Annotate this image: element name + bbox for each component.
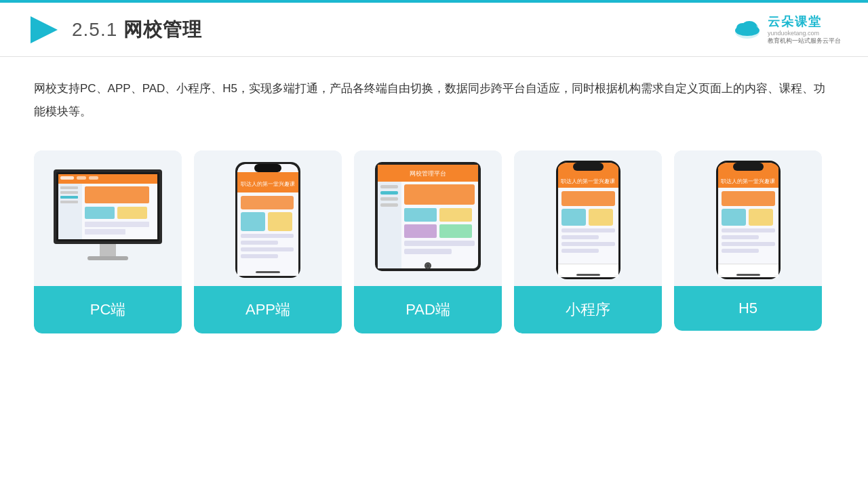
- svg-point-6: [742, 21, 757, 32]
- svg-rect-18: [60, 196, 78, 199]
- svg-rect-55: [404, 224, 437, 238]
- svg-rect-58: [404, 249, 452, 254]
- svg-rect-23: [85, 222, 149, 227]
- svg-rect-21: [85, 207, 115, 219]
- svg-rect-48: [380, 185, 398, 188]
- svg-rect-74: [561, 228, 615, 232]
- svg-rect-36: [268, 212, 292, 231]
- svg-text:职达人的第一堂兴趣课: 职达人的第一堂兴趣课: [241, 181, 295, 187]
- svg-text:职达人的第一堂兴趣课: 职达人的第一堂兴趣课: [721, 178, 775, 184]
- pc-card: PC端: [34, 150, 182, 333]
- svg-rect-71: [561, 191, 615, 206]
- svg-rect-90: [722, 191, 775, 206]
- header-right: 云朵课堂 yunduoketang.com 教育机构一站式服务云平台: [732, 14, 841, 45]
- miniapp-card-label: 小程序: [514, 286, 662, 333]
- play-icon: [27, 13, 61, 47]
- app-card-label: APP端: [194, 286, 342, 333]
- page-title-prefix: 2.5.1: [72, 19, 117, 40]
- svg-rect-52: [404, 184, 475, 205]
- svg-rect-11: [60, 176, 74, 180]
- svg-rect-16: [60, 186, 78, 189]
- miniapp-card: 职达人的第一堂兴趣课: [514, 150, 662, 333]
- svg-rect-93: [722, 228, 775, 232]
- svg-rect-41: [256, 271, 280, 273]
- cloud-logo-icon: [732, 18, 762, 41]
- svg-text:网校管理平台: 网校管理平台: [410, 170, 446, 177]
- svg-rect-26: [87, 256, 128, 260]
- svg-rect-37: [241, 234, 294, 238]
- svg-rect-76: [561, 242, 615, 246]
- svg-rect-40: [241, 254, 278, 258]
- svg-rect-56: [439, 224, 472, 238]
- svg-rect-79: [558, 264, 618, 264]
- svg-rect-53: [404, 208, 437, 222]
- cards-container: PC端: [34, 150, 834, 333]
- page-title-container: 2.5.1 网校管理: [72, 17, 202, 43]
- svg-rect-91: [722, 209, 746, 226]
- svg-rect-96: [722, 249, 759, 253]
- svg-rect-12: [77, 176, 86, 180]
- svg-rect-30: [254, 164, 281, 172]
- pc-image-area: [34, 150, 182, 286]
- header-left: 2.5.1 网校管理: [27, 13, 202, 47]
- h5-card-label: H5: [674, 286, 822, 331]
- svg-rect-25: [100, 244, 116, 258]
- header: 2.5.1 网校管理 云朵课堂 yunduoketang.com 教育机构一站式…: [0, 3, 868, 57]
- logo-url: yunduoketang.com: [768, 30, 819, 37]
- svg-text:职达人的第一堂兴趣课: 职达人的第一堂兴趣课: [561, 178, 615, 184]
- pad-image-area: 网校管理平台: [354, 150, 502, 286]
- svg-rect-24: [85, 229, 125, 235]
- svg-rect-47: [378, 182, 401, 268]
- svg-rect-99: [736, 274, 760, 276]
- pad-mockup: 网校管理平台: [374, 161, 482, 279]
- svg-rect-80: [576, 274, 600, 276]
- svg-rect-75: [561, 235, 599, 239]
- svg-rect-39: [241, 247, 294, 251]
- svg-rect-88: [733, 163, 764, 171]
- svg-rect-20: [85, 186, 149, 203]
- page-title: 2.5.1 网校管理: [72, 19, 202, 40]
- main-content: 网校支持PC、APP、PAD、小程序、H5，实现多端打通，产品各终端自由切换，数…: [0, 57, 868, 354]
- svg-rect-95: [722, 242, 775, 246]
- svg-rect-98: [718, 264, 778, 264]
- h5-card: 职达人的第一堂兴趣课: [674, 150, 822, 331]
- miniapp-image-area: 职达人的第一堂兴趣课: [514, 150, 662, 286]
- svg-rect-54: [439, 208, 472, 222]
- svg-rect-94: [722, 235, 759, 239]
- svg-rect-92: [749, 209, 773, 226]
- svg-marker-0: [31, 16, 58, 43]
- app-mockup: 职达人的第一堂兴趣课: [234, 161, 302, 279]
- logo-text: 云朵课堂 yunduoketang.com 教育机构一站式服务云平台: [768, 14, 841, 45]
- svg-rect-34: [241, 196, 294, 209]
- svg-rect-50: [380, 197, 398, 201]
- svg-rect-49: [380, 191, 398, 195]
- pc-mockup: [47, 166, 169, 274]
- miniapp-mockup: 职达人的第一堂兴趣课: [556, 161, 620, 279]
- h5-mockup: 职达人的第一堂兴趣课: [716, 161, 781, 279]
- app-image-area: 职达人的第一堂兴趣课: [194, 150, 342, 286]
- svg-rect-72: [561, 209, 586, 226]
- page-title-text: 网校管理: [123, 19, 202, 40]
- pad-card-label: PAD端: [354, 286, 502, 333]
- logo-main-text: 云朵课堂: [768, 14, 822, 30]
- description-text: 网校支持PC、APP、PAD、小程序、H5，实现多端打通，产品各终端自由切换，数…: [34, 77, 834, 123]
- svg-rect-17: [60, 191, 78, 194]
- svg-rect-13: [89, 176, 98, 180]
- svg-rect-38: [241, 241, 278, 245]
- app-card: 职达人的第一堂兴趣课 APP端: [194, 150, 342, 333]
- svg-rect-19: [60, 201, 78, 203]
- svg-rect-77: [561, 249, 599, 253]
- svg-rect-69: [573, 163, 604, 171]
- pad-card: 网校管理平台: [354, 150, 502, 333]
- h5-image-area: 职达人的第一堂兴趣课: [674, 150, 822, 286]
- svg-rect-57: [404, 241, 475, 246]
- svg-rect-35: [241, 212, 265, 231]
- svg-rect-73: [589, 209, 613, 226]
- svg-rect-22: [117, 207, 147, 219]
- logo-sub-text: 教育机构一站式服务云平台: [768, 37, 841, 45]
- pc-card-label: PC端: [34, 286, 182, 333]
- svg-rect-51: [380, 203, 398, 207]
